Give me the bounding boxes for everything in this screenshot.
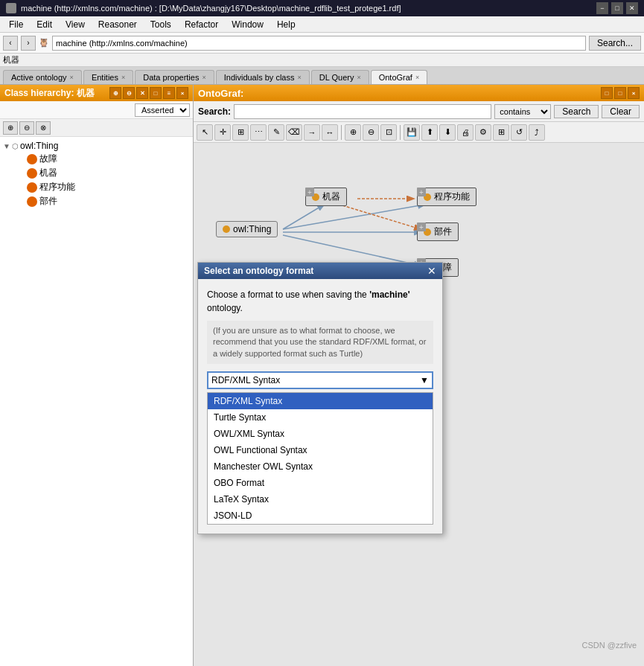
bujian-label: 部件 bbox=[39, 195, 57, 208]
ontograf-icon-1[interactable]: □ bbox=[601, 87, 613, 99]
tab-label: Individuals by class bbox=[224, 73, 295, 82]
search-label: Search: bbox=[198, 106, 231, 117]
filter-button[interactable]: ⊗ bbox=[36, 121, 51, 135]
tool-zoom-in[interactable]: ⊕ bbox=[345, 124, 361, 141]
toolbar-row: ↖ ✛ ⊞ ⋯ ✎ ⌫ → ↔ ⊕ ⊖ ⊡ 💾 ⬆ ⬇ 🖨 ⚙ ⊞ ↺ ⤴ bbox=[194, 122, 644, 143]
tool-print[interactable]: 🖨 bbox=[457, 124, 474, 141]
search-button[interactable]: Search bbox=[554, 105, 599, 118]
tree-item-bujian[interactable]: 部件 bbox=[3, 194, 190, 208]
menu-item-file[interactable]: File bbox=[3, 18, 29, 31]
dropdown-list: RDF/XML Syntax Turtle Syntax OWL/XML Syn… bbox=[207, 392, 433, 525]
panel-icon-6[interactable]: × bbox=[176, 87, 188, 99]
tab-dl-query[interactable]: DL Query × bbox=[311, 70, 369, 84]
dropdown-item-owl-xml[interactable]: OWL/XML Syntax bbox=[208, 426, 433, 442]
forward-button[interactable]: › bbox=[21, 36, 36, 51]
menu-item-reasoner[interactable]: Reasoner bbox=[92, 18, 143, 31]
tab-entities[interactable]: Entities × bbox=[83, 70, 133, 84]
dropdown-item-owl-functional[interactable]: OWL Functional Syntax bbox=[208, 442, 433, 458]
panel-icon-4[interactable]: □ bbox=[150, 87, 162, 99]
panel-icon-1[interactable]: ⊕ bbox=[109, 87, 121, 99]
search-bar: Search: contains starts with equals Sear… bbox=[194, 101, 644, 122]
modal-ontology-name: 'machine' bbox=[369, 289, 409, 300]
expand-all-button[interactable]: ⊕ bbox=[3, 121, 18, 135]
collapse-all-button[interactable]: ⊖ bbox=[19, 121, 34, 135]
panel-icon-5[interactable]: ≡ bbox=[163, 87, 175, 99]
tab-active-ontology[interactable]: Active ontology × bbox=[3, 70, 82, 84]
back-button[interactable]: ‹ bbox=[3, 36, 18, 51]
tree-item-jiqI[interactable]: 机器 bbox=[3, 166, 190, 180]
modal-desc-before: Choose a format to use when saving the bbox=[207, 289, 369, 300]
tool-zoom-fit[interactable]: ⊡ bbox=[380, 124, 397, 141]
tab-close-individuals-by-class[interactable]: × bbox=[297, 74, 301, 81]
tool-zoom-out[interactable]: ⊖ bbox=[363, 124, 379, 141]
ontograf-icon-3[interactable]: × bbox=[628, 87, 640, 99]
menu-item-help[interactable]: Help bbox=[271, 18, 302, 31]
tool-erase[interactable]: ⌫ bbox=[286, 124, 302, 141]
tool-share[interactable]: ⤴ bbox=[529, 124, 545, 141]
tool-cursor[interactable]: ↖ bbox=[197, 124, 213, 141]
tool-refresh[interactable]: ↺ bbox=[511, 124, 527, 141]
tab-ontograf[interactable]: OntoGraf × bbox=[371, 70, 428, 84]
tab-close-entities[interactable]: × bbox=[121, 74, 125, 81]
tool-save[interactable]: 💾 bbox=[404, 124, 420, 141]
guzhang-label: 故障 bbox=[39, 153, 57, 165]
tool-bidirectional[interactable]: ↔ bbox=[322, 124, 338, 141]
hierarchy-tools: ⊕ ⊖ ⊗ bbox=[0, 119, 193, 137]
tabs-bar: Active ontology × Entities × Data proper… bbox=[0, 67, 644, 85]
tool-import[interactable]: ⬇ bbox=[439, 124, 456, 141]
close-button[interactable]: ✕ bbox=[626, 2, 638, 14]
tab-individuals-by-class[interactable]: Individuals by class × bbox=[216, 70, 310, 84]
dropdown-item-rdf-xml[interactable]: RDF/XML Syntax bbox=[208, 393, 433, 409]
clear-button[interactable]: Clear bbox=[602, 105, 640, 118]
menu-item-edit[interactable]: Edit bbox=[31, 18, 58, 31]
dropdown-item-manchester[interactable]: Manchester OWL Syntax bbox=[208, 458, 433, 475]
owl-thing-icon: ⬡ bbox=[12, 142, 19, 150]
tool-move[interactable]: ✛ bbox=[214, 124, 231, 141]
tool-add[interactable]: ⊞ bbox=[232, 124, 249, 141]
dropdown-item-turtle[interactable]: Turtle Syntax bbox=[208, 409, 433, 426]
search-filter-select[interactable]: contains starts with equals bbox=[494, 104, 551, 119]
tool-arrow[interactable]: → bbox=[304, 124, 320, 141]
tab-label: Entities bbox=[92, 73, 118, 82]
address-search-button[interactable]: Search... bbox=[589, 36, 641, 51]
menu-item-tools[interactable]: Tools bbox=[144, 18, 177, 31]
address-input[interactable] bbox=[52, 36, 586, 51]
search-input[interactable] bbox=[234, 104, 491, 119]
tool-export[interactable]: ⬆ bbox=[421, 124, 438, 141]
menu-item-window[interactable]: Window bbox=[226, 18, 270, 31]
tab-close-dl-query[interactable]: × bbox=[357, 74, 360, 81]
asserted-select[interactable]: Asserted Inferred bbox=[135, 103, 190, 117]
modal-close-button[interactable]: ✕ bbox=[427, 266, 436, 276]
modal-title-bar: Select an ontology format ✕ bbox=[198, 263, 442, 279]
title-bar-left: machine (http://xmlns.com/machine) : [D:… bbox=[6, 3, 401, 13]
tab-close-active-ontology[interactable]: × bbox=[70, 74, 74, 81]
panel-icon-2[interactable]: ⊖ bbox=[123, 87, 135, 99]
maximize-button[interactable]: □ bbox=[611, 2, 623, 14]
modal-current-selection[interactable]: RDF/XML Syntax ▼ bbox=[207, 371, 433, 389]
menu-item-view[interactable]: View bbox=[60, 18, 91, 31]
tree-item-owl-thing[interactable]: ▼ ⬡ owl:Thing bbox=[3, 140, 190, 152]
tool-connect[interactable]: ⋯ bbox=[250, 124, 267, 141]
tool-edit[interactable]: ✎ bbox=[268, 124, 284, 141]
tab-close-data-properties[interactable]: × bbox=[202, 74, 205, 81]
tab-label: DL Query bbox=[319, 73, 354, 82]
tab-data-properties[interactable]: Data properties × bbox=[135, 70, 214, 84]
menu-item-refactor[interactable]: Refactor bbox=[179, 18, 224, 31]
tab-close-ontograf[interactable]: × bbox=[415, 74, 419, 81]
ontograf-header: OntoGraf: □ □ × bbox=[194, 85, 644, 101]
tree-item-guzhang[interactable]: 故障 bbox=[3, 152, 190, 166]
minimize-button[interactable]: − bbox=[596, 2, 608, 14]
chengxu-label: 程序功能 bbox=[39, 181, 75, 193]
graph-canvas[interactable]: + 机器 + 程序功能 owl:Thing + 部件 bbox=[194, 143, 644, 666]
tool-config[interactable]: ⚙ bbox=[475, 124, 491, 141]
title-bar-controls[interactable]: − □ ✕ bbox=[596, 2, 638, 14]
tool-layout[interactable]: ⊞ bbox=[493, 124, 509, 141]
tree-toggle-owl-thing[interactable]: ▼ bbox=[3, 142, 12, 150]
tree-item-chengxu[interactable]: 程序功能 bbox=[3, 180, 190, 194]
panel-icon-3[interactable]: ✕ bbox=[136, 87, 148, 99]
modal-selection-text: RDF/XML Syntax bbox=[211, 375, 280, 385]
dropdown-item-obo[interactable]: OBO Format bbox=[208, 475, 433, 491]
dropdown-item-latex[interactable]: LaTeX Syntax bbox=[208, 491, 433, 507]
ontograf-icon-2[interactable]: □ bbox=[614, 87, 626, 99]
dropdown-item-json-ld[interactable]: JSON-LD bbox=[208, 507, 433, 524]
